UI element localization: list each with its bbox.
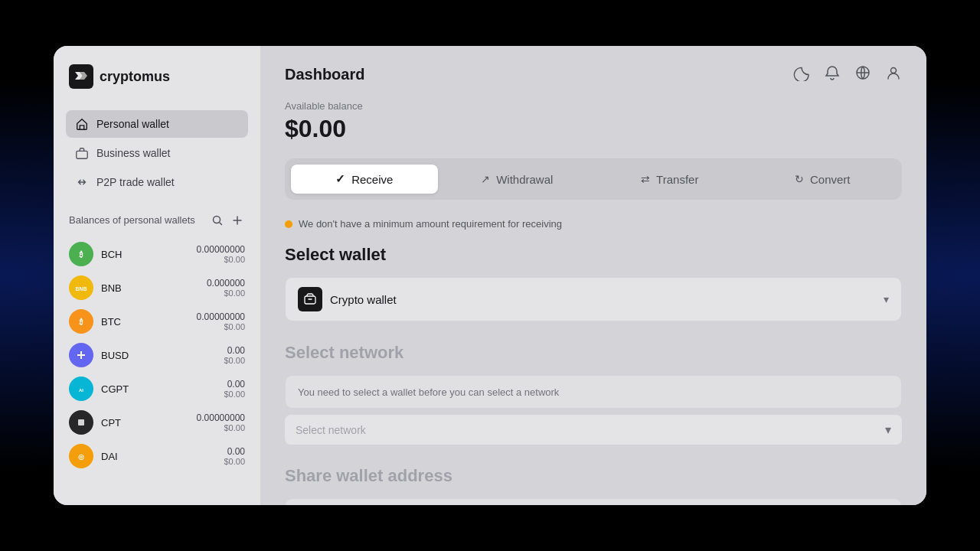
busd-balance: 0.00 $0.00 [224,345,245,365]
svg-rect-1 [77,151,87,158]
cpt-balance-crypto: 0.00000000 [197,412,245,423]
sidebar-item-business-wallet[interactable]: Business wallet [66,139,248,167]
sidebar-item-p2p-wallet[interactable]: P2P trade wallet [66,168,248,196]
withdrawal-icon: ↗ [481,173,490,185]
add-balance-button[interactable] [230,213,245,228]
wallet-dropdown-arrow: ▾ [884,293,889,305]
share-wallet-heading: Share wallet address [285,466,902,486]
cgpt-name: CGPT [101,383,129,395]
dai-name: DAI [101,451,118,462]
sidebar-business-wallet-label: Business wallet [96,147,171,159]
logo-icon [69,64,93,89]
bnb-avatar: BNB [69,276,93,300]
wallet-select-box[interactable]: Crypto wallet ▾ [285,277,902,321]
bch-icon: ₿ [74,246,89,262]
network-placeholder: Select network [296,424,366,436]
svg-rect-20 [305,296,315,304]
share-wallet-box: Select wallet and network to share walle… [285,498,902,505]
cpt-icon [74,415,89,430]
tab-transfer[interactable]: ⇄ Transfer [596,165,743,194]
cpt-balance-usd: $0.00 [197,423,245,432]
sidebar-item-personal-wallet[interactable]: Personal wallet [66,110,248,138]
btc-name: BTC [101,316,121,328]
sidebar-p2p-wallet-label: P2P trade wallet [96,176,175,188]
topbar: Dashboard [285,64,902,85]
convert-icon: ↻ [795,173,804,185]
cpt-balance: 0.00000000 $0.00 [197,412,245,432]
tab-convert[interactable]: ↻ Convert [750,165,897,194]
coin-item-bnb[interactable]: BNB BNB 0.000000 $0.00 [66,271,248,305]
busd-balance-crypto: 0.00 [224,345,245,356]
busd-avatar [69,343,93,367]
logo-text: cryptomus [100,69,170,85]
main-container: cryptomus Personal wallet Business walle… [54,46,926,505]
coin-item-btc[interactable]: ₿ BTC 0.00000000 $0.00 [66,305,248,338]
dai-balance-usd: $0.00 [224,457,245,466]
sidebar: cryptomus Personal wallet Business walle… [54,46,260,505]
svg-text:AI: AI [79,388,83,393]
coin-item-bch[interactable]: ₿ BCH 0.00000000 $0.00 [66,237,248,271]
tab-withdrawal[interactable]: ↗ Withdrawal [444,165,591,194]
bell-icon[interactable] [824,64,841,85]
bnb-name: BNB [101,282,122,294]
bch-name: BCH [101,249,122,260]
transfer-label: Transfer [656,173,698,186]
balances-title: Balances of personal wallets [69,214,195,227]
sidebar-personal-wallet-label: Personal wallet [96,118,169,130]
p2p-icon [75,175,89,189]
notice-dot [285,220,292,228]
svg-point-19 [891,68,897,73]
notice-text: We don't have a minimum amount requireme… [299,218,562,230]
sidebar-nav: Personal wallet Business wallet P2P trad… [66,110,248,197]
cgpt-balance: 0.00 $0.00 [224,379,245,399]
tab-receive[interactable]: ✓ Receive [291,165,438,194]
dai-balance: 0.00 $0.00 [224,446,245,466]
btc-balance: 0.00000000 $0.00 [197,311,245,331]
action-tabs: ✓ Receive ↗ Withdrawal ⇄ Transfer ↻ Conv… [285,158,902,200]
dai-icon: ◎ [74,448,89,464]
network-select-dropdown[interactable]: Select network ▾ [285,415,902,445]
topbar-icons [793,64,902,85]
logo: cryptomus [66,64,248,89]
busd-name: BUSD [101,350,129,361]
coin-item-busd[interactable]: BUSD 0.00 $0.00 [66,338,248,372]
bnb-icon: BNB [74,280,89,295]
coin-item-dai[interactable]: ◎ DAI 0.00 $0.00 [66,439,248,473]
transfer-icon: ⇄ [641,173,650,185]
busd-balance-usd: $0.00 [224,356,245,365]
select-wallet-heading: Select wallet [285,245,902,265]
receive-label: Receive [351,173,393,186]
svg-text:BNB: BNB [75,286,87,292]
bch-balance: 0.00000000 $0.00 [197,244,245,264]
balance-amount: $0.00 [285,115,902,143]
wallet-selected-label: Crypto wallet [330,293,876,306]
home-icon [75,117,89,131]
withdrawal-label: Withdrawal [496,173,553,186]
notice-bar: We don't have a minimum amount requireme… [285,218,902,230]
crypto-wallet-icon [298,287,322,311]
bnb-balance: 0.000000 $0.00 [207,278,245,298]
search-balances-button[interactable] [210,213,225,228]
coin-item-cgpt[interactable]: AI CGPT 0.00 $0.00 [66,372,248,406]
balances-section-header: Balances of personal wallets [66,213,248,228]
btc-balance-crypto: 0.00000000 [197,311,245,322]
balances-actions [210,213,245,228]
cpt-name: CPT [101,417,121,429]
coin-item-cpt[interactable]: CPT 0.00000000 $0.00 [66,406,248,439]
busd-icon [74,347,89,363]
btc-avatar: ₿ [69,309,93,334]
svg-point-2 [214,217,220,223]
svg-text:◎: ◎ [78,453,84,461]
user-icon[interactable] [885,64,902,85]
bch-balance-crypto: 0.00000000 [197,244,245,255]
moon-icon[interactable] [793,64,810,85]
btc-icon: ₿ [74,314,89,329]
globe-icon[interactable] [854,64,871,85]
receive-icon: ✓ [335,172,345,186]
bnb-balance-usd: $0.00 [207,289,245,298]
svg-rect-15 [78,419,84,425]
bnb-balance-crypto: 0.000000 [207,278,245,289]
convert-label: Convert [810,173,851,186]
network-hint-text: You need to select a wallet before you c… [298,386,559,398]
cgpt-balance-crypto: 0.00 [224,379,245,390]
